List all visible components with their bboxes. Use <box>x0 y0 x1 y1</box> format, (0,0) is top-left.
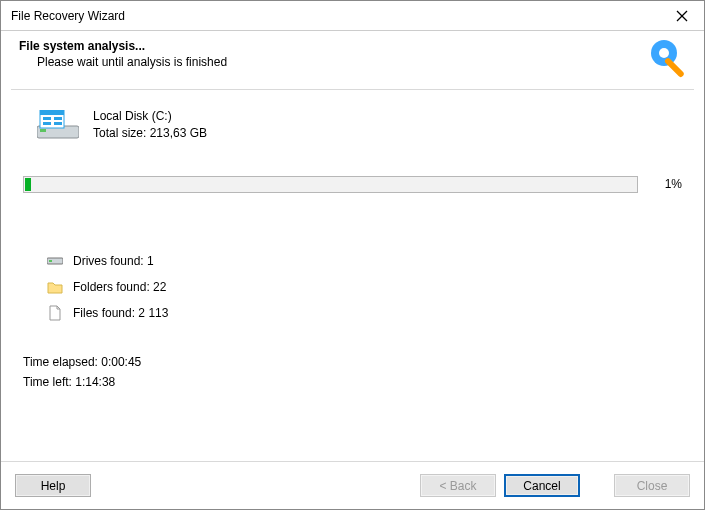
svg-rect-6 <box>40 129 46 132</box>
stat-drives: Drives found: 1 <box>47 253 682 269</box>
progress-fill <box>25 178 31 191</box>
svg-rect-10 <box>43 122 51 125</box>
svg-rect-14 <box>49 260 52 262</box>
content-area: Local Disk (C:) Total size: 213,63 GB 1%… <box>1 90 704 461</box>
disk-icon <box>37 110 79 140</box>
wizard-icon <box>650 39 690 79</box>
stat-folders-label: Folders found: 22 <box>73 280 166 294</box>
disk-size: Total size: 213,63 GB <box>93 125 207 142</box>
svg-point-3 <box>659 48 669 58</box>
time-elapsed: Time elapsed: 0:00:45 <box>23 355 682 369</box>
cancel-button[interactable]: Cancel <box>504 474 580 497</box>
wizard-window: File Recovery Wizard File system analysi… <box>0 0 705 510</box>
help-button[interactable]: Help <box>15 474 91 497</box>
disk-info: Local Disk (C:) Total size: 213,63 GB <box>37 108 682 142</box>
header-subtitle: Please wait until analysis is finished <box>19 55 650 69</box>
close-footer-button: Close <box>614 474 690 497</box>
back-button: < Back <box>420 474 496 497</box>
window-title: File Recovery Wizard <box>11 9 659 23</box>
stat-files: Files found: 2 113 <box>47 305 682 321</box>
titlebar: File Recovery Wizard <box>1 1 704 31</box>
progress-percent: 1% <box>652 177 682 191</box>
close-icon <box>676 10 688 22</box>
close-button[interactable] <box>659 1 704 30</box>
stat-files-label: Files found: 2 113 <box>73 306 168 320</box>
svg-rect-12 <box>54 122 62 125</box>
stat-folders: Folders found: 22 <box>47 279 682 295</box>
folder-icon <box>47 279 63 295</box>
wizard-header: File system analysis... Please wait unti… <box>1 31 704 89</box>
stats-block: Drives found: 1 Folders found: 22 Fil <box>47 253 682 321</box>
svg-rect-11 <box>54 117 62 120</box>
stat-drives-label: Drives found: 1 <box>73 254 154 268</box>
drive-icon <box>47 253 63 269</box>
time-block: Time elapsed: 0:00:45 Time left: 1:14:38 <box>23 355 682 389</box>
time-left: Time left: 1:14:38 <box>23 375 682 389</box>
svg-rect-8 <box>40 110 64 115</box>
disk-name: Local Disk (C:) <box>93 108 207 125</box>
svg-rect-9 <box>43 117 51 120</box>
footer: Help < Back Cancel Close <box>1 461 704 509</box>
header-title: File system analysis... <box>19 39 650 53</box>
progress-bar <box>23 176 638 193</box>
progress-row: 1% <box>23 176 682 193</box>
file-icon <box>47 305 63 321</box>
